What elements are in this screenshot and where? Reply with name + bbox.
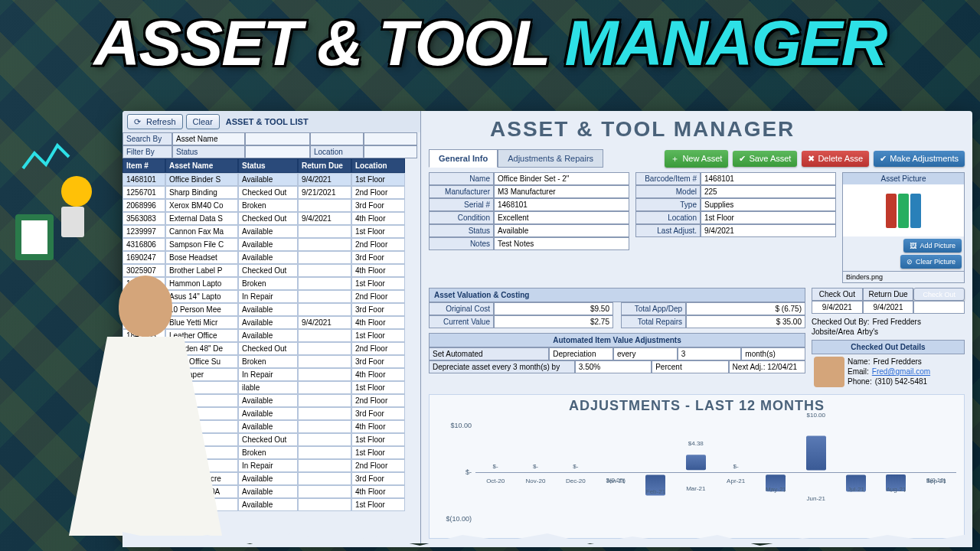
info-field: Last Adjust.9/4/2021 (635, 224, 836, 237)
plus-icon: ＋ (671, 153, 679, 165)
make-adjustments-button[interactable]: ✔Make Adjustments (874, 151, 965, 167)
svg-rect-1 (21, 220, 47, 254)
new-asset-button[interactable]: ＋New Asset (665, 150, 728, 168)
search-row: Search By Asset Name (122, 132, 420, 145)
status-filter[interactable] (245, 145, 310, 158)
info-field: TypeSupplies (635, 198, 836, 211)
info-field: ManufacturerM3 Manufacturer (429, 185, 629, 198)
info-field: Location1st Floor (635, 211, 836, 224)
check-icon: ✔ (739, 154, 746, 164)
chart-bar: $(6.00)Feb-21 (640, 462, 671, 483)
table-row[interactable]: 1239997Cannon Fax MaAvailable1st Floor (122, 225, 420, 238)
clear-icon: ⊘ (906, 258, 913, 266)
avatar (814, 357, 844, 387)
location-filter[interactable] (364, 145, 417, 158)
info-field: ConditionExcellent (429, 211, 629, 224)
add-picture-button[interactable]: 🖼Add Picture (903, 239, 962, 253)
refresh-icon: ⟳ (134, 117, 143, 126)
list-title: ASSET & TOOL LIST (226, 117, 309, 126)
tab-general-info[interactable]: General Info (429, 149, 498, 168)
column-header[interactable]: Return Due (298, 158, 351, 173)
column-header[interactable]: Item # (122, 158, 165, 173)
svg-point-2 (61, 176, 92, 207)
info-field: Serial #1468101 (429, 198, 629, 211)
chart-bar: $(5.00)May-21 (760, 464, 791, 481)
chart-bar: $4.38Mar-21 (681, 465, 711, 480)
email-link[interactable]: Fred@gmail.com (872, 367, 930, 376)
table-row[interactable]: 1256701Sharp BindingChecked Out9/21/2021… (122, 186, 420, 199)
info-field: StatusAvailable (429, 224, 629, 237)
clear-picture-button[interactable]: ⊘Clear Picture (900, 255, 962, 269)
decorative-icons (8, 122, 122, 276)
column-header[interactable]: Asset Name (165, 158, 238, 173)
table-row[interactable]: 2068996Xerox BM40 CoBroken3rd Foor (122, 199, 420, 212)
table-row[interactable]: 3563083External Data SChecked Out9/4/202… (122, 212, 420, 225)
check-icon: ✔ (880, 154, 887, 164)
info-field: NotesTest Notes (429, 237, 629, 250)
checkout-panel: Check OutReturn Due Check Out 9/4/20219/… (812, 288, 965, 390)
clear-button[interactable]: Clear (186, 114, 220, 129)
filter-row: Filter By Status Location (122, 145, 420, 158)
save-asset-button[interactable]: ✔Save Asset (733, 151, 797, 167)
app-title: ASSET & TOOL MANAGER (490, 117, 965, 142)
valuation-header: Asset Valuation & Costing (429, 288, 805, 302)
asset-manager-app: ⟳Refresh Clear ASSET & TOOL LIST Search … (122, 111, 972, 543)
adjustments-chart: ADJUSTMENTS - LAST 12 MONTHS $10.00$-$(1… (429, 394, 965, 539)
svg-rect-3 (61, 207, 84, 237)
asset-picture-panel: Asset Picture 🖼Add Picture ⊘Clear Pictur… (842, 172, 965, 283)
image-icon: 🖼 (910, 242, 916, 249)
search-input[interactable] (245, 132, 310, 145)
asset-image (843, 184, 964, 236)
tab-adjustments[interactable]: Adjustments & Repairs (498, 149, 603, 168)
table-row[interactable]: 1468101Office Binder SAvailable9/4/20211… (122, 173, 420, 186)
delete-asset-button[interactable]: ✖Delete Asse (802, 151, 869, 167)
picture-filename: Binders.png (843, 271, 964, 282)
column-header[interactable]: Location (351, 158, 405, 173)
info-field: NameOffice Binder Set - 2" (429, 172, 629, 185)
table-row[interactable]: 1690247Bose HeadsetAvailable3rd Foor (122, 251, 420, 264)
info-field: Model225 (635, 185, 836, 198)
detail-panel: ASSET & TOOL MANAGER General Info Adjust… (421, 111, 972, 543)
checkout-button[interactable]: Check Out (913, 288, 965, 301)
chart-bar: $10.00Jun-21 (801, 455, 831, 490)
detail-tabs: General Info Adjustments & Repairs (429, 149, 603, 168)
chart-bar: $(5.08)Jul-21 (841, 464, 871, 481)
table-row[interactable]: 4316806Sampson File CAvailable2nd Floor (122, 238, 420, 251)
auto-adj-header: Automated Item Value Adjustments (429, 333, 805, 347)
x-icon: ✖ (808, 154, 815, 164)
hero-title: ASSET & TOOL MANAGER (0, 6, 980, 80)
refresh-button[interactable]: ⟳Refresh (127, 114, 183, 129)
chart-bar: $(4.90)Aug-21 (880, 464, 911, 481)
column-header[interactable]: Status (238, 158, 298, 173)
presenter-photo (54, 276, 237, 543)
search-field-select[interactable]: Asset Name (172, 132, 245, 145)
info-field: Barcode/Item #1468101 (635, 172, 836, 185)
